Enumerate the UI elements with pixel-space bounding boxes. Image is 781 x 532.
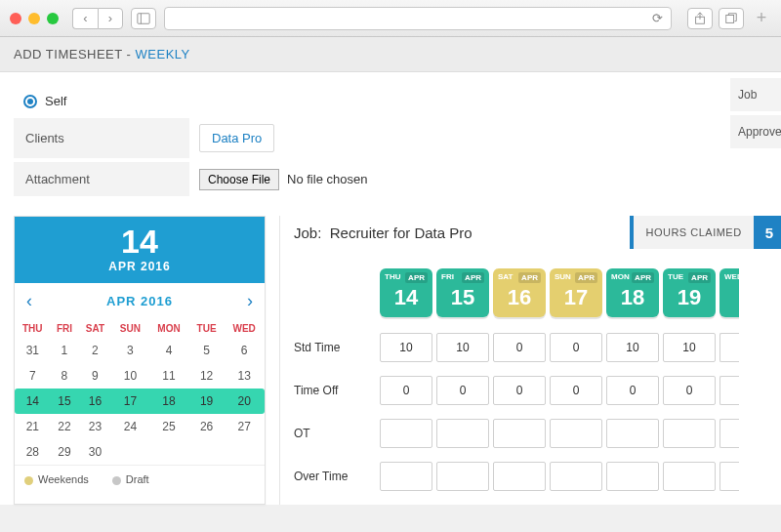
calendar-day[interactable]: 9 (78, 363, 111, 389)
address-bar[interactable]: ⟳ (164, 7, 672, 30)
calendar-day[interactable]: 16 (78, 389, 111, 414)
calendar-day[interactable]: 3 (112, 338, 149, 363)
day-tile[interactable]: FRIAPR15 (436, 268, 489, 317)
timesheet-cell[interactable] (436, 419, 489, 448)
calendar-day[interactable]: 19 (189, 389, 225, 414)
hours-claimed-value: 5 (754, 216, 781, 249)
svg-rect-0 (138, 13, 149, 23)
timesheet-cell[interactable] (380, 462, 432, 491)
back-button[interactable]: ‹ (72, 8, 98, 29)
timesheet-cell[interactable]: 10 (663, 333, 716, 362)
tabs-button[interactable] (719, 8, 744, 29)
calendar-next-button[interactable]: › (247, 291, 253, 311)
calendar-day[interactable]: 17 (112, 389, 149, 414)
calendar-day[interactable]: 29 (51, 439, 79, 465)
timesheet-cell[interactable] (606, 419, 659, 448)
title-mode[interactable]: WEEKLY (136, 47, 190, 61)
calendar-day[interactable]: 24 (112, 414, 149, 439)
calendar-day[interactable]: 22 (51, 414, 79, 439)
calendar-day[interactable]: 31 (15, 338, 51, 363)
calendar-day[interactable]: 12 (189, 363, 225, 389)
day-tile[interactable]: THUAPR14 (380, 268, 432, 317)
forward-button[interactable]: › (98, 8, 123, 29)
timesheet-cell[interactable] (606, 462, 659, 491)
calendar-day[interactable]: 25 (148, 414, 189, 439)
minimize-window-icon[interactable] (28, 13, 40, 24)
calendar-day[interactable]: 7 (15, 363, 51, 389)
calendar-day[interactable]: 5 (189, 338, 225, 363)
calendar-day[interactable]: 18 (148, 389, 189, 414)
page-title-bar: ADD TIMESHEET - WEEKLY (0, 37, 781, 72)
timesheet-cell[interactable]: 0 (493, 376, 546, 405)
timesheet-cell[interactable] (493, 419, 546, 448)
day-tile[interactable]: TUEAPR19 (663, 268, 716, 317)
timesheet-cell[interactable] (550, 419, 602, 448)
timesheet-cell[interactable]: 0 (493, 333, 546, 362)
calendar-day[interactable]: 11 (148, 363, 189, 389)
timesheet-cell[interactable]: 0 (550, 376, 602, 405)
sidebar-toggle-button[interactable] (131, 8, 156, 29)
day-tile-num: 15 (441, 285, 484, 310)
clients-label: Clients (14, 118, 189, 158)
day-tile-num: 14 (385, 285, 428, 310)
calendar-day[interactable]: 10 (112, 363, 149, 389)
calendar-big-day: 14 (15, 225, 265, 258)
timesheet-cell[interactable] (719, 376, 739, 405)
timesheet-cell[interactable]: 0 (606, 376, 659, 405)
timesheet-cell[interactable] (493, 462, 546, 491)
share-icon (693, 12, 707, 25)
day-tile[interactable]: SUNAPR17 (550, 268, 602, 317)
new-tab-button[interactable]: + (752, 8, 771, 28)
timesheet-cell[interactable] (380, 419, 432, 448)
timesheet-cell[interactable]: 10 (436, 333, 489, 362)
calendar-day[interactable]: 15 (51, 389, 79, 414)
calendar-day[interactable]: 26 (189, 414, 225, 439)
calendar-day[interactable]: 8 (51, 363, 79, 389)
timesheet-cell[interactable] (663, 419, 716, 448)
calendar-day (189, 439, 225, 465)
client-chip[interactable]: Data Pro (199, 124, 274, 152)
share-button[interactable] (687, 8, 713, 29)
timesheet-cell[interactable]: 0 (663, 376, 716, 405)
close-window-icon[interactable] (10, 13, 21, 24)
calendar-day[interactable]: 28 (15, 439, 51, 465)
calendar-day[interactable]: 30 (78, 439, 111, 465)
reload-icon[interactable]: ⟳ (652, 11, 663, 25)
calendar-prev-button[interactable]: ‹ (26, 291, 32, 311)
day-tile[interactable]: MONAPR18 (606, 268, 659, 317)
timesheet-cell[interactable]: 10 (606, 333, 659, 362)
side-tab-approve[interactable]: Approve (730, 115, 781, 148)
calendar-day[interactable]: 21 (15, 414, 51, 439)
calendar-day[interactable]: 2 (78, 338, 111, 363)
maximize-window-icon[interactable] (47, 13, 59, 24)
timesheet-cell[interactable] (663, 462, 716, 491)
timesheet-row-label: Over Time (294, 470, 380, 483)
calendar-nav-month: APR 2016 (106, 294, 173, 308)
hours-claimed-badge: HOURS CLAIMED 5 (630, 216, 781, 249)
timesheet-cell[interactable] (719, 333, 739, 362)
choose-file-button[interactable]: Choose File (199, 169, 279, 190)
timesheet-cell[interactable] (550, 462, 602, 491)
sidebar-icon (137, 12, 150, 25)
day-tile[interactable]: WEDAPR2 (719, 268, 739, 317)
timesheet-cell[interactable]: 0 (436, 376, 489, 405)
day-tile[interactable]: SATAPR16 (493, 268, 546, 317)
timesheet-cell[interactable] (719, 419, 739, 448)
calendar-day[interactable]: 13 (224, 363, 265, 389)
side-tab-job[interactable]: Job (730, 78, 781, 111)
day-tile-dow: WED (724, 272, 734, 281)
self-radio[interactable] (23, 95, 37, 108)
calendar-day[interactable]: 14 (15, 389, 51, 414)
calendar-dow: TUE (189, 319, 225, 338)
timesheet-cell[interactable]: 0 (550, 333, 602, 362)
timesheet-cell[interactable]: 0 (380, 376, 432, 405)
calendar-day[interactable]: 20 (224, 389, 265, 414)
timesheet-cell[interactable]: 10 (380, 333, 432, 362)
timesheet-cell[interactable] (436, 462, 489, 491)
calendar-day[interactable]: 23 (78, 414, 111, 439)
calendar-day[interactable]: 6 (224, 338, 265, 363)
calendar-day[interactable]: 4 (148, 338, 189, 363)
calendar-day[interactable]: 27 (224, 414, 265, 439)
timesheet-cell[interactable] (719, 462, 739, 491)
calendar-day[interactable]: 1 (51, 338, 79, 363)
